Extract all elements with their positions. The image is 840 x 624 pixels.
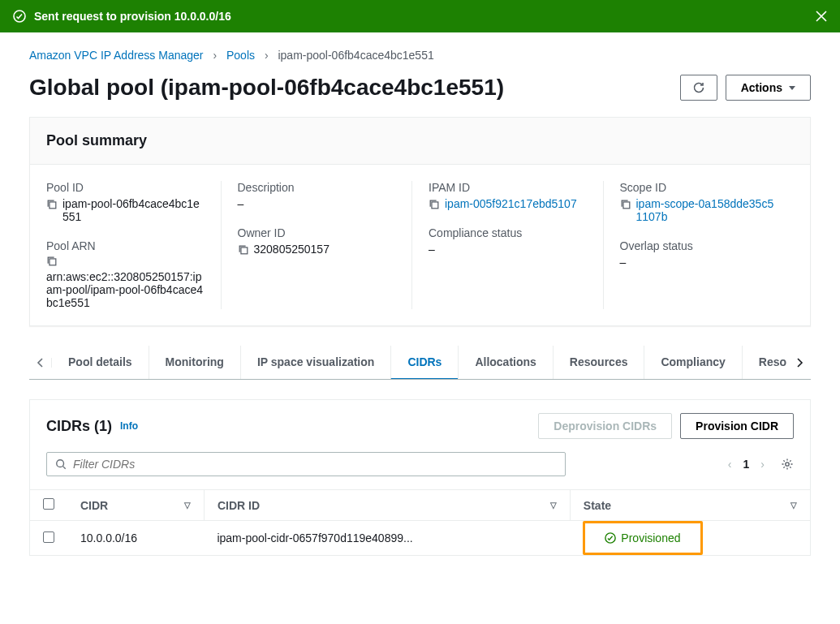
tabs-scroll-left[interactable] (29, 358, 52, 368)
svg-rect-5 (622, 202, 629, 209)
chevron-left-icon (36, 358, 45, 368)
pool-arn-value: arn:aws:ec2::320805250157:ipam-pool/ipam… (46, 270, 203, 309)
cell-cidr-id: ipam-pool-cidr-0657f970d119e40899... (204, 521, 570, 556)
close-icon[interactable] (816, 11, 827, 22)
pool-id-value: ipam-pool-06fb4cace4bc1e551 (62, 197, 205, 223)
refresh-button[interactable] (680, 75, 717, 101)
breadcrumb-current: ipam-pool-06fb4cace4bc1e551 (278, 49, 433, 62)
col-cidr[interactable]: CIDR (80, 499, 108, 512)
pool-id-label: Pool ID (46, 181, 205, 194)
copy-icon[interactable] (238, 244, 249, 256)
svg-rect-2 (50, 259, 56, 265)
description-value: – (238, 197, 396, 210)
check-circle-icon (605, 532, 616, 544)
actions-button-label: Actions (741, 81, 782, 94)
filter-box[interactable] (46, 452, 566, 476)
svg-point-6 (57, 460, 64, 467)
col-cidr-id[interactable]: CIDR ID (218, 499, 260, 512)
copy-icon[interactable] (46, 256, 58, 267)
chevron-right-icon: › (265, 49, 269, 62)
flash-success-banner: Sent request to provision 10.0.0.0/16 (0, 0, 840, 32)
table-row[interactable]: 10.0.0.0/16 ipam-pool-cidr-0657f970d119e… (30, 521, 810, 556)
page-prev[interactable]: ‹ (728, 458, 732, 471)
copy-icon[interactable] (620, 199, 631, 210)
svg-rect-4 (432, 202, 438, 209)
tab-compliancy[interactable]: Compliancy (644, 346, 741, 379)
col-state[interactable]: State (584, 499, 611, 512)
sort-icon[interactable]: ▽ (790, 501, 797, 510)
select-all-checkbox[interactable] (43, 498, 54, 510)
copy-icon[interactable] (429, 199, 440, 210)
owner-id-value: 320805250157 (254, 243, 330, 256)
tab-allocations[interactable]: Allocations (458, 346, 552, 379)
compliance-label: Compliance status (429, 226, 587, 239)
cell-cidr: 10.0.0.0/16 (67, 521, 204, 556)
tab-ip-space-visualization[interactable]: IP space visualization (240, 346, 390, 379)
scope-id-label: Scope ID (620, 181, 778, 194)
row-checkbox[interactable] (43, 531, 54, 543)
description-label: Description (238, 181, 396, 194)
cidrs-table: CIDR▽ CIDR ID▽ State▽ 10.0.0.0/16 ipam-p… (30, 489, 810, 555)
breadcrumb-pools[interactable]: Pools (226, 49, 255, 62)
filter-input[interactable] (73, 458, 557, 471)
check-circle-icon (13, 10, 26, 23)
page-number: 1 (743, 458, 750, 471)
refresh-icon (692, 81, 705, 94)
page-title: Global pool (ipam-pool-06fb4cace4bc1e551… (29, 75, 680, 101)
tabs: Pool details Monitoring IP space visuali… (29, 346, 811, 380)
tab-cidrs[interactable]: CIDRs (390, 346, 458, 379)
page-next[interactable]: › (760, 458, 765, 471)
pool-summary-heading: Pool summary (46, 132, 794, 149)
svg-point-7 (786, 463, 789, 466)
search-icon (55, 458, 67, 470)
ipam-id-label: IPAM ID (429, 181, 587, 194)
chevron-right-icon (795, 358, 804, 368)
deprovision-cidrs-button[interactable]: Deprovision CIDRs (538, 413, 672, 439)
tabs-scroll-right[interactable] (788, 358, 811, 368)
svg-rect-1 (50, 202, 56, 209)
compliance-value: – (429, 243, 587, 256)
pool-arn-label: Pool ARN (46, 239, 205, 252)
info-link[interactable]: Info (120, 420, 138, 432)
actions-button[interactable]: Actions (726, 75, 811, 101)
cidrs-heading: CIDRs (1) (46, 418, 112, 435)
svg-rect-3 (240, 247, 247, 254)
cidrs-panel: CIDRs (1) Info Deprovision CIDRs Provisi… (29, 399, 811, 556)
tab-monitoring[interactable]: Monitoring (149, 346, 240, 379)
sort-icon[interactable]: ▽ (184, 501, 191, 510)
tab-overflow[interactable]: Reso (742, 346, 788, 379)
pool-summary-panel: Pool summary Pool ID ipam-pool-06fb4cace… (29, 117, 811, 326)
breadcrumb: Amazon VPC IP Address Manager › Pools › … (29, 49, 811, 62)
gear-icon[interactable] (781, 458, 794, 471)
ipam-id-value[interactable]: ipam-005f921c17ebd5107 (445, 197, 577, 210)
flash-message-text: Sent request to provision 10.0.0.0/16 (34, 10, 816, 23)
chevron-right-icon: › (213, 49, 217, 62)
breadcrumb-root[interactable]: Amazon VPC IP Address Manager (29, 49, 204, 62)
tab-pool-details[interactable]: Pool details (52, 346, 149, 379)
provision-cidr-button[interactable]: Provision CIDR (680, 413, 794, 439)
overlap-label: Overlap status (620, 239, 778, 252)
overlap-value: – (620, 256, 778, 269)
state-badge: Provisioned (583, 521, 702, 555)
pager: ‹ 1 › (728, 458, 794, 471)
owner-id-label: Owner ID (238, 226, 396, 239)
caret-down-icon (789, 86, 795, 90)
scope-id-value[interactable]: ipam-scope-0a158dde35c51107b (636, 197, 778, 223)
tab-resources[interactable]: Resources (553, 346, 644, 379)
copy-icon[interactable] (46, 199, 58, 210)
sort-icon[interactable]: ▽ (550, 501, 557, 510)
